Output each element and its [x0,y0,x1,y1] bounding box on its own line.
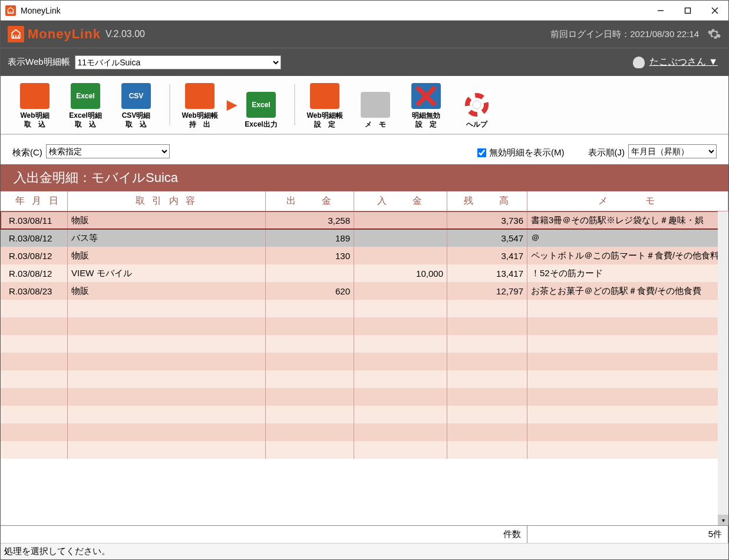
cell-in [354,247,447,264]
cell-date: R.03/08/11 [1,211,68,229]
col-out[interactable]: 出 金 [266,191,354,211]
scroll-down-icon[interactable]: ▾ [718,515,728,525]
cell-out [266,388,354,406]
cell-in [354,211,447,229]
table-row[interactable]: R.03/08/12物販1303,417ペットボトル＠この筋マート＃食費/その他… [1,247,728,264]
vertical-scrollbar[interactable]: ▾ [718,211,728,525]
table-row[interactable] [1,317,728,335]
cell-bal [447,423,527,441]
cell-bal [447,335,527,353]
grid-header: 年 月 日 取 引 内 容 出 金 入 金 残 高 メ モ [1,191,728,211]
web-settings-button[interactable]: Web明細帳 設 定 [301,81,348,128]
user-menu[interactable]: たこぶつさん ▼ [649,56,718,68]
col-bal[interactable]: 残 高 [447,191,527,211]
table-row[interactable]: R.03/08/12VIEW モバイル10,00013,417！52その筋カード [1,264,728,282]
help-icon [462,92,492,118]
toolbar-divider [294,84,295,125]
memo-icon [361,92,390,118]
count-label: 件数 [1,526,527,543]
cell-out: 620 [266,282,354,300]
table-row[interactable] [1,335,728,353]
cell-date [1,423,68,441]
cell-in [354,282,447,300]
table-row[interactable] [1,370,728,388]
table-row[interactable] [1,388,728,406]
sort-label: 表示順(J) [588,147,625,158]
cell-memo: ペットボトル＠この筋マート＃食費/その他食料 [527,247,728,264]
cell-out [266,353,354,370]
table-row[interactable] [1,423,728,441]
web-export-button[interactable]: Web明細帳 持 出 [176,81,223,128]
cell-date: R.03/08/12 [1,264,68,282]
cell-out: 189 [266,229,354,247]
maximize-button[interactable] [674,1,701,21]
svg-point-5 [473,101,481,109]
count-row: 件数 5件 [1,525,728,543]
col-desc[interactable]: 取 引 内 容 [68,191,266,211]
cell-desc: 物販 [68,282,266,300]
cell-desc [68,353,266,370]
transactions-grid: 年 月 日 取 引 内 容 出 金 入 金 残 高 メ モ ▾ R.03/08/… [1,191,728,525]
search-select[interactable]: 検索指定 [46,144,170,158]
window-title: MoneyLink [21,6,647,15]
cell-out [266,423,354,441]
cell-out [266,335,354,353]
ledger-label: 表示Web明細帳 [8,57,70,68]
cell-memo: ＠ [527,229,728,247]
col-in[interactable]: 入 金 [354,191,447,211]
excel-output-icon: Excel [246,92,276,118]
cell-memo [527,423,728,441]
cell-memo [527,388,728,406]
table-row[interactable] [1,300,728,317]
web-import-button[interactable]: Web明細 取 込 [11,81,58,128]
excel-output-button[interactable]: Excel Excel出力 [237,81,285,128]
cell-out [266,370,354,388]
cell-desc: 物販 [68,211,266,229]
count-value: 5件 [527,526,728,543]
status-bar: 処理を選択してください。 [1,543,728,559]
table-row[interactable]: R.03/08/12バス等1893,547＠ [1,229,728,247]
help-button[interactable]: ヘルプ [453,81,500,128]
user-avatar-icon [633,57,645,68]
cell-date: R.03/08/23 [1,282,68,300]
window-titlebar: MoneyLink [1,1,728,21]
col-date[interactable]: 年 月 日 [1,191,68,211]
close-button[interactable] [701,1,728,21]
arrow-icon: ▶ [227,97,237,112]
csv-import-button[interactable]: CSV CSV明細 取 込 [113,81,160,128]
col-memo[interactable]: メ モ [527,191,728,211]
excel-import-button[interactable]: Excel Excel明細 取 込 [62,81,109,128]
cell-memo: ！52その筋カード [527,264,728,282]
settings-gear-icon[interactable] [707,27,721,41]
cell-bal [447,300,527,317]
cell-desc [68,370,266,388]
logo-icon [8,26,24,42]
sort-select[interactable]: 年月日（昇順） [628,144,717,158]
search-label: 検索(C) [12,147,42,158]
cell-bal [447,317,527,335]
table-row[interactable]: R.03/08/23物販62012,797お茶とお菓子＠どの筋駅＃食費/その他食… [1,282,728,300]
grid-body[interactable]: ▾ R.03/08/11物販3,2583,736書籍3冊＠その筋駅※レジ袋なし＃… [1,211,728,525]
table-row[interactable] [1,441,728,459]
cell-memo [527,406,728,423]
table-row[interactable] [1,406,728,423]
cell-out [266,406,354,423]
disable-settings-button[interactable]: 明細無効 設 定 [403,81,450,128]
cell-desc [68,317,266,335]
minimize-button[interactable] [647,1,674,21]
table-row[interactable]: R.03/08/11物販3,2583,736書籍3冊＠その筋駅※レジ袋なし＃趣味… [1,211,728,229]
cell-in [354,388,447,406]
cell-bal: 3,547 [447,229,527,247]
cell-in: 10,000 [354,264,447,282]
memo-button[interactable]: メ モ [352,81,399,128]
ledger-select[interactable]: 11モバイルSuica [75,55,281,69]
show-disabled-label: 無効明細を表示(M) [489,147,565,158]
cell-desc [68,406,266,423]
table-row[interactable] [1,353,728,370]
cell-bal: 3,417 [447,247,527,264]
cell-bal [447,441,527,459]
show-disabled-checkbox[interactable] [477,148,487,158]
app-header: MoneyLink V.2.03.00 前回ログイン日時：2021/08/30 … [1,21,728,48]
cell-in [354,441,447,459]
disable-icon [411,83,441,109]
